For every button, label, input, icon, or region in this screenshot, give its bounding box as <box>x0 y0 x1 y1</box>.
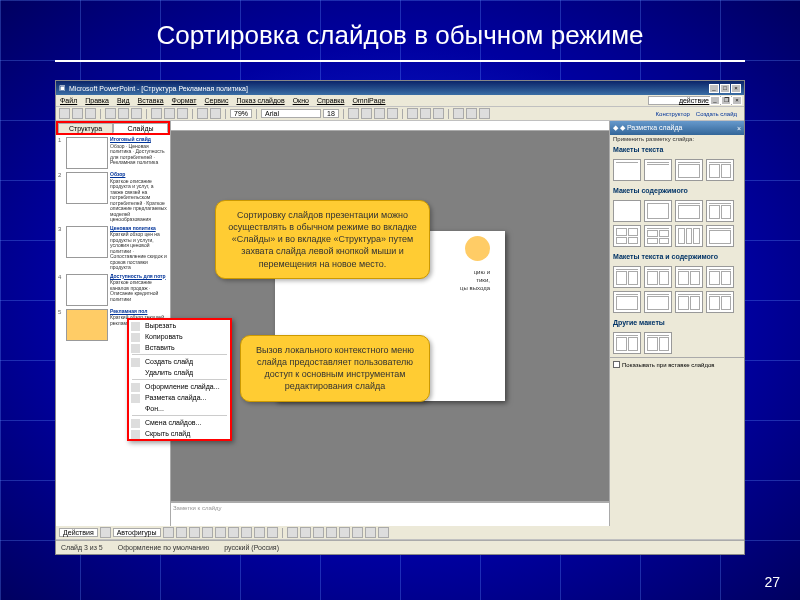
font-size-select[interactable]: 18 <box>323 109 339 118</box>
layout-title-content[interactable] <box>675 159 703 181</box>
menu-edit[interactable]: Правка <box>85 97 109 104</box>
thumb-4[interactable]: 4Доступность для потрКраткое описание ка… <box>58 274 168 306</box>
layout-tc-2[interactable] <box>644 266 672 288</box>
cm-hide-slide[interactable]: Скрыть слайд <box>129 428 230 439</box>
layout-tc-3[interactable] <box>675 266 703 288</box>
menu-tools[interactable]: Сервис <box>204 97 228 104</box>
cm-slide-layout[interactable]: Разметка слайда... <box>129 392 230 403</box>
oval-icon[interactable] <box>202 527 213 538</box>
cm-cut[interactable]: Вырезать <box>129 320 230 331</box>
layout-tc-5[interactable] <box>613 291 641 313</box>
menu-insert[interactable]: Вставка <box>138 97 164 104</box>
notes-pane[interactable]: Заметки к слайду <box>171 501 609 526</box>
align-left-icon[interactable] <box>407 108 418 119</box>
cm-background[interactable]: Фон... <box>129 403 230 414</box>
layout-tc-7[interactable] <box>675 291 703 313</box>
shadow-style-icon[interactable] <box>365 527 376 538</box>
layout-title[interactable] <box>613 159 641 181</box>
decrease-font-icon[interactable] <box>479 108 490 119</box>
tab-slides[interactable]: Слайды <box>113 123 168 133</box>
close-button[interactable]: × <box>731 84 741 93</box>
menu-slideshow[interactable]: Показ слайдов <box>236 97 284 104</box>
shadow-icon[interactable] <box>387 108 398 119</box>
menu-help[interactable]: Справка <box>317 97 344 104</box>
menu-view[interactable]: Вид <box>117 97 130 104</box>
save-icon[interactable] <box>85 108 96 119</box>
doc-close-button[interactable]: × <box>732 96 742 105</box>
line-color-icon[interactable] <box>300 527 311 538</box>
new-icon[interactable] <box>59 108 70 119</box>
layout-content-2[interactable] <box>675 200 703 222</box>
layout-content[interactable] <box>644 200 672 222</box>
menu-format[interactable]: Формат <box>172 97 197 104</box>
align-right-icon[interactable] <box>433 108 444 119</box>
cm-transition[interactable]: Смена слайдов... <box>129 417 230 428</box>
layout-content-6[interactable] <box>675 225 703 247</box>
arrow-style-icon[interactable] <box>352 527 363 538</box>
dash-style-icon[interactable] <box>339 527 350 538</box>
cm-copy[interactable]: Копировать <box>129 331 230 342</box>
underline-icon[interactable] <box>374 108 385 119</box>
redo-icon[interactable] <box>210 108 221 119</box>
task-pane-close-icon[interactable]: × <box>737 125 741 132</box>
menu-window[interactable]: Окно <box>293 97 309 104</box>
maximize-button[interactable]: □ <box>720 84 730 93</box>
select-icon[interactable] <box>100 527 111 538</box>
line-icon[interactable] <box>163 527 174 538</box>
cm-delete-slide[interactable]: Удалить слайд <box>129 367 230 378</box>
rectangle-icon[interactable] <box>189 527 200 538</box>
layout-tc-4[interactable] <box>706 266 734 288</box>
layout-tc-8[interactable] <box>706 291 734 313</box>
layout-tc-6[interactable] <box>644 291 672 313</box>
zoom-select[interactable]: 79% <box>230 109 252 118</box>
textbox-icon[interactable] <box>215 527 226 538</box>
doc-minimize-button[interactable]: _ <box>710 96 720 105</box>
thumb-3[interactable]: 3Ценовая политикаКраткий обзор цен на пр… <box>58 226 168 271</box>
layout-other-1[interactable] <box>613 332 641 354</box>
open-icon[interactable] <box>72 108 83 119</box>
layout-content-7[interactable] <box>706 225 734 247</box>
doc-restore-button[interactable]: ❐ <box>721 96 731 105</box>
tab-structure[interactable]: Структура <box>58 123 113 133</box>
spell-icon[interactable] <box>131 108 142 119</box>
show-on-insert-checkbox[interactable] <box>613 361 620 368</box>
print-icon[interactable] <box>105 108 116 119</box>
layout-blank[interactable] <box>613 200 641 222</box>
cm-slide-design[interactable]: Оформление слайда... <box>129 381 230 392</box>
preview-icon[interactable] <box>118 108 129 119</box>
autoshapes-menu[interactable]: Автофигуры <box>113 528 161 537</box>
increase-font-icon[interactable] <box>466 108 477 119</box>
menu-file[interactable]: Файл <box>60 97 77 104</box>
italic-icon[interactable] <box>361 108 372 119</box>
layout-two-column[interactable] <box>706 159 734 181</box>
align-center-icon[interactable] <box>420 108 431 119</box>
wordart-icon[interactable] <box>228 527 239 538</box>
paste-icon[interactable] <box>177 108 188 119</box>
design-link[interactable]: Конструктор <box>656 111 690 117</box>
bold-icon[interactable] <box>348 108 359 119</box>
arrow-icon[interactable] <box>176 527 187 538</box>
thumb-2[interactable]: 2ОбзорКраткое описание продукта и услуг,… <box>58 172 168 223</box>
layout-content-5[interactable] <box>644 225 672 247</box>
minimize-button[interactable]: _ <box>709 84 719 93</box>
picture-icon[interactable] <box>267 527 278 538</box>
fill-color-icon[interactable] <box>287 527 298 538</box>
diagram-icon[interactable] <box>241 527 252 538</box>
layout-tc-1[interactable] <box>613 266 641 288</box>
line-style-icon[interactable] <box>326 527 337 538</box>
cm-new-slide[interactable]: Создать слайд <box>129 356 230 367</box>
thumb-1[interactable]: 1Итоговый слайдОбзор · Ценовая политика … <box>58 137 168 169</box>
menu-omnipage[interactable]: OmniPage <box>352 97 385 104</box>
draw-actions-menu[interactable]: Действия <box>59 528 98 537</box>
font-select[interactable]: Arial <box>261 109 321 118</box>
layout-other-2[interactable] <box>644 332 672 354</box>
font-color-icon[interactable] <box>313 527 324 538</box>
copy-icon[interactable] <box>164 108 175 119</box>
bullets-icon[interactable] <box>453 108 464 119</box>
undo-icon[interactable] <box>197 108 208 119</box>
3d-style-icon[interactable] <box>378 527 389 538</box>
layout-content-4[interactable] <box>613 225 641 247</box>
new-slide-link[interactable]: Создать слайд <box>696 111 737 117</box>
clipart-icon[interactable] <box>254 527 265 538</box>
cm-paste[interactable]: Вставить <box>129 342 230 353</box>
